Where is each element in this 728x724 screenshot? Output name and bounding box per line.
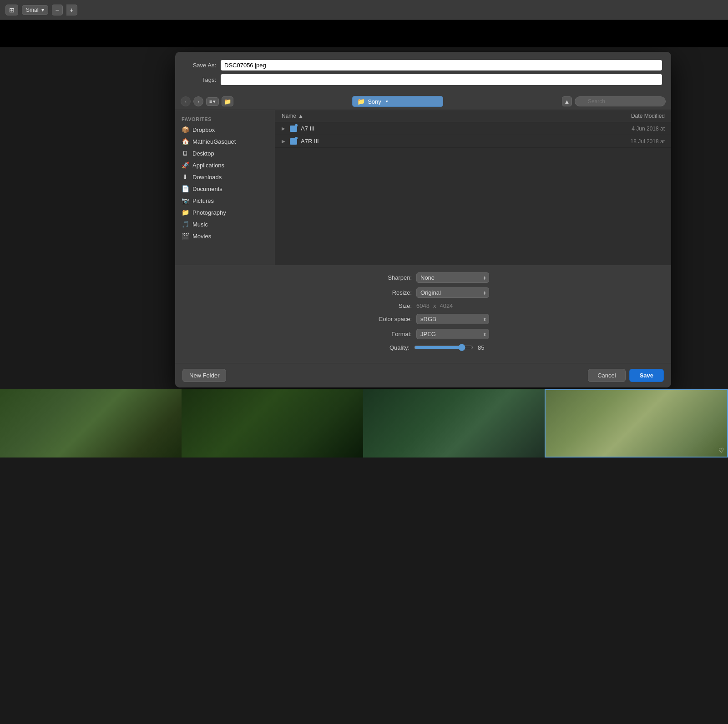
size-label-opt: Size: (357, 302, 412, 309)
sidebar-item-applications[interactable]: 🚀 Applications (175, 159, 275, 171)
documents-icon: 📄 (182, 185, 189, 192)
sharpen-row: Sharpen: None Low Medium High (175, 272, 671, 283)
table-row[interactable]: ▶ A7 III 4 Jun 2018 at (275, 122, 671, 135)
table-row[interactable]: ▶ A7R III 18 Jul 2018 at (275, 135, 671, 148)
location-label: Sony (368, 98, 381, 105)
expand-row-icon[interactable]: ▶ (282, 126, 288, 131)
folder-plus-icon: 📁 (224, 98, 231, 105)
quality-slider[interactable] (414, 344, 473, 351)
zoom-in-button[interactable]: + (66, 5, 77, 15)
search-input[interactable] (575, 96, 666, 106)
save-as-row: Save As: (184, 60, 662, 70)
size-display: 6048 x 4024 (416, 302, 489, 309)
new-folder-button[interactable]: New Folder (182, 369, 226, 382)
sidebar-item-label-mathieu: MathieuGasquet (192, 138, 236, 145)
sidebar-item-label-applications: Applications (192, 162, 224, 169)
sidebar-item-documents[interactable]: 📄 Documents (175, 183, 275, 195)
photo-item-1[interactable] (0, 389, 182, 458)
expand-row-icon[interactable]: ▶ (282, 139, 288, 144)
photo-item-3[interactable] (363, 389, 545, 458)
search-wrapper: 🔍 (575, 96, 666, 106)
color-space-select-wrapper: sRGB Adobe RGB ProPhoto RGB (416, 314, 489, 324)
file-date-a7iii: 4 Jun 2018 at (592, 126, 665, 132)
pictures-icon: 📷 (182, 197, 189, 204)
sharpen-select[interactable]: None Low Medium High (416, 272, 489, 283)
col-name-header: Name ▲ (282, 113, 592, 119)
col-date-header: Date Modified (592, 113, 665, 119)
sidebar-item-mathieu[interactable]: 🏠 MathieuGasquet (175, 136, 275, 147)
sidebar-item-photography[interactable]: 📁 Photography (175, 206, 275, 218)
downloads-icon: ⬇ (182, 173, 189, 181)
sidebar-item-pictures[interactable]: 📷 Pictures (175, 195, 275, 206)
music-icon: 🎵 (182, 221, 189, 228)
sidebar-item-label-movies: Movies (192, 233, 211, 240)
expand-button[interactable]: ▲ (562, 96, 572, 106)
sort-asc-icon: ▲ (298, 113, 303, 119)
sidebar-item-dropbox[interactable]: 📦 Dropbox (175, 124, 275, 136)
photography-icon: 📁 (182, 209, 189, 216)
save-as-label: Save As: (184, 62, 221, 69)
sharpen-select-wrapper: None Low Medium High (416, 272, 489, 283)
format-select[interactable]: JPEG TIFF PNG (416, 329, 489, 339)
format-label: Format: (357, 331, 412, 337)
resize-label: Resize: (357, 289, 412, 296)
sidebar-item-label-desktop: Desktop (192, 150, 214, 157)
save-button[interactable]: Save (629, 369, 664, 382)
chevron-down-icon-view: ▾ (213, 99, 216, 105)
list-view-icon: ≡ (209, 99, 212, 104)
folder-icon (290, 138, 297, 145)
new-folder-toolbar-button[interactable]: 📁 (222, 96, 233, 106)
size-dropdown-button[interactable]: Small ▾ (22, 5, 48, 15)
resize-row: Resize: Original Custom (175, 287, 671, 298)
view-mode-button[interactable]: ≡ ▾ (206, 97, 219, 106)
footer-right-buttons: Cancel Save (588, 369, 664, 382)
sidebar-item-label-music: Music (192, 221, 208, 228)
cancel-button[interactable]: Cancel (588, 369, 625, 382)
dialog-header: Save As: Tags: (175, 52, 671, 93)
sidebar-item-label-dropbox: Dropbox (192, 126, 215, 133)
photo-strip: ♡ (0, 389, 728, 458)
back-button[interactable]: ‹ (181, 96, 191, 106)
file-list-header: Name ▲ Date Modified (275, 110, 671, 122)
resize-select-wrapper: Original Custom (416, 287, 489, 298)
heart-icon: ♡ (718, 447, 724, 454)
forward-button[interactable]: › (193, 96, 203, 106)
color-space-label: Color space: (357, 316, 412, 322)
sidebar-item-downloads[interactable]: ⬇ Downloads (175, 171, 275, 183)
panel-toggle-button[interactable]: ⊞ (5, 5, 18, 15)
size-height: 4024 (440, 302, 453, 309)
home-icon: 🏠 (182, 138, 189, 145)
quality-label: Quality: (355, 344, 410, 351)
file-list: Name ▲ Date Modified ▶ A7 III 4 Jun 2018… (275, 110, 671, 265)
photo-item-2[interactable] (182, 389, 363, 458)
size-x: x (433, 302, 436, 309)
size-width: 6048 (416, 302, 430, 309)
sidebar-item-movies[interactable]: 🎬 Movies (175, 230, 275, 242)
save-dialog: Save As: Tags: ‹ › ≡ ▾ 📁 📁 Sony ▾ (175, 52, 671, 387)
chevron-down-icon: ▾ (41, 7, 44, 13)
sidebar-item-music[interactable]: 🎵 Music (175, 218, 275, 230)
save-as-input[interactable] (221, 60, 662, 70)
format-select-wrapper: JPEG TIFF PNG (416, 329, 489, 339)
dialog-wrapper: Save As: Tags: ‹ › ≡ ▾ 📁 📁 Sony ▾ (0, 47, 728, 387)
movies-icon: 🎬 (182, 232, 189, 240)
dialog-content: Favorites 📦 Dropbox 🏠 MathieuGasquet 🖥 D… (175, 110, 671, 265)
file-name-a7riii: A7R III (301, 138, 592, 145)
sharpen-label: Sharpen: (357, 274, 412, 281)
zoom-out-button[interactable]: − (52, 5, 63, 15)
options-panel: Sharpen: None Low Medium High Resize: Or… (175, 265, 671, 363)
photo-item-4[interactable]: ♡ (545, 389, 728, 458)
dialog-footer: New Folder Cancel Save (175, 363, 671, 387)
sidebar-item-label-photography: Photography (192, 209, 226, 216)
color-space-select[interactable]: sRGB Adobe RGB ProPhoto RGB (416, 314, 489, 324)
black-bar (0, 20, 728, 47)
resize-select[interactable]: Original Custom (416, 287, 489, 298)
quality-value: 85 (478, 344, 491, 351)
sidebar-item-desktop[interactable]: 🖥 Desktop (175, 147, 275, 159)
location-chevron-icon: ▾ (386, 99, 388, 104)
top-toolbar: ⊞ Small ▾ − + (0, 0, 728, 20)
sidebar: Favorites 📦 Dropbox 🏠 MathieuGasquet 🖥 D… (175, 110, 275, 265)
format-row: Format: JPEG TIFF PNG (175, 329, 671, 339)
location-dropdown[interactable]: 📁 Sony ▾ (352, 96, 443, 107)
tags-input[interactable] (221, 74, 662, 85)
